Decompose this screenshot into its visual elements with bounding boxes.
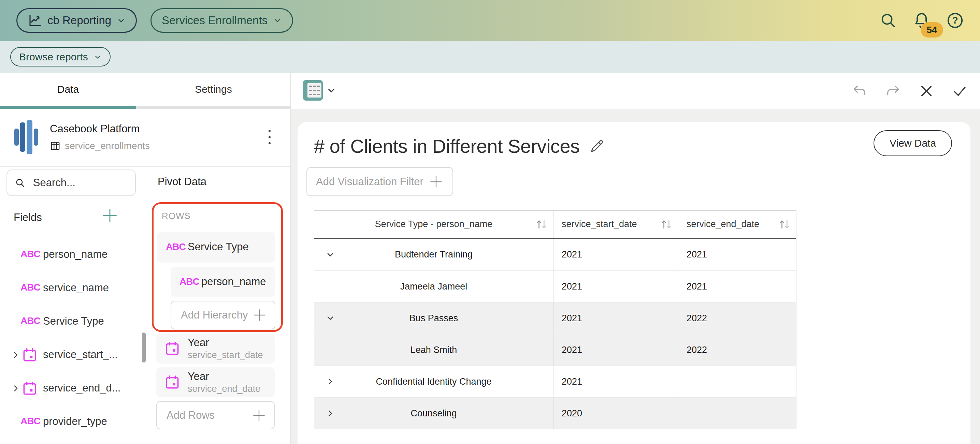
fields-title: Fields (14, 211, 42, 224)
topbar-actions: 54 ? (879, 0, 964, 41)
browse-reports-button[interactable]: Browse reports (10, 47, 111, 67)
search-icon[interactable] (879, 11, 897, 30)
source-name: Casebook Platform (50, 123, 140, 135)
fields-search (6, 170, 136, 196)
field-item-service-type[interactable]: ABC Service Type (0, 305, 143, 338)
search-input[interactable] (33, 177, 127, 189)
undo-icon[interactable] (852, 83, 867, 99)
chevron-down-icon (117, 16, 126, 25)
field-item-service-name[interactable]: ABC service_name (0, 271, 143, 305)
svg-text:?: ? (952, 15, 958, 25)
edit-title-icon[interactable] (589, 138, 605, 154)
browse-reports-label: Browse reports (19, 51, 88, 63)
app-switcher-button[interactable]: cb Reporting (16, 8, 137, 33)
chevron-right-icon[interactable] (10, 350, 21, 360)
tab-settings[interactable]: Settings (136, 73, 291, 106)
confirm-check-icon[interactable] (952, 83, 968, 99)
text-type-icon: ABC (21, 282, 40, 293)
sort-icon[interactable] (659, 217, 674, 232)
field-item-service-start-date[interactable]: service_start_... (0, 338, 143, 372)
row-field-year-service-end-date[interactable]: Year service_end_date (156, 367, 275, 397)
field-item-person-name[interactable]: ABC person_name (0, 238, 143, 271)
table-header-row: Service Type - person_name service_start… (314, 211, 796, 239)
inactive-tab-track (136, 106, 291, 109)
text-type-icon: ABC (21, 316, 40, 327)
casebook-logo (14, 120, 38, 154)
redo-icon[interactable] (885, 83, 901, 99)
table-grid-icon (50, 141, 61, 151)
calendar-icon (21, 346, 38, 363)
plus-icon (251, 408, 267, 423)
app-root: cb Reporting Services Enrollments 54 ? (0, 0, 980, 444)
field-item-service-end-date[interactable]: service_end_d... (0, 372, 143, 405)
chevron-right-icon[interactable] (325, 376, 336, 387)
sidebar-divider (0, 166, 291, 167)
workspace-selector-button[interactable]: Services Enrollments (151, 8, 293, 33)
notifications-count-badge: 54 (921, 22, 943, 38)
app-switcher-label: cb Reporting (48, 14, 111, 27)
filter-placeholder: Add Visualization Filter (316, 176, 429, 188)
search-icon (15, 176, 25, 189)
view-data-button[interactable]: View Data (873, 130, 952, 156)
rows-section-label: ROWS (162, 211, 191, 221)
chevron-down-icon (326, 85, 336, 95)
rows-section-highlight: ROWS ABC Service Type ABC person_name Ad… (152, 202, 283, 332)
plus-icon (252, 308, 267, 323)
sidebar-tabs: Data Settings (0, 73, 291, 109)
table-row: Budtender Training 2021 2021 (314, 239, 796, 270)
chevron-down-icon[interactable] (325, 249, 336, 260)
source-table-row: service_enrollments (50, 141, 150, 151)
plus-icon (429, 174, 444, 189)
visualization-toolbar (291, 73, 980, 109)
table-row: Confidential Identity Change 2021 (314, 366, 796, 397)
line-chart-icon (28, 13, 42, 28)
source-menu-button[interactable] (263, 123, 277, 151)
active-tab-indicator (0, 106, 136, 109)
calendar-icon (164, 374, 181, 391)
pivot-table-icon (303, 80, 323, 101)
row-field-year-service-start-date[interactable]: Year service_start_date (156, 333, 275, 363)
pivot-data-title: Pivot Data (158, 176, 207, 188)
chevron-down-icon[interactable] (325, 312, 336, 324)
add-rows-button[interactable]: Add Rows (156, 401, 275, 429)
add-field-button[interactable] (101, 207, 119, 224)
chevron-down-icon (94, 53, 102, 61)
column-header-service-start-date[interactable]: service_start_date (554, 211, 678, 238)
close-icon[interactable] (919, 83, 934, 99)
tab-data[interactable]: Data (0, 73, 136, 106)
table-row: Bus Passes 2021 2022 (314, 302, 796, 334)
field-item-provider-type[interactable]: ABC provider_type (0, 405, 143, 439)
column-header-service-end-date[interactable]: service_end_date (678, 211, 796, 238)
chevron-right-icon[interactable] (10, 383, 21, 394)
table-row: Jameela Jameel 2021 2021 (314, 270, 796, 302)
pivot-result-table: Service Type - person_name service_start… (314, 210, 796, 429)
canvas-background: # of Clients in Different Services View … (291, 109, 980, 444)
text-type-icon: ABC (166, 241, 186, 252)
row-field-service-type[interactable]: ABC Service Type (157, 232, 275, 263)
visualization-card: # of Clients in Different Services View … (298, 122, 970, 444)
calendar-icon (164, 340, 181, 357)
add-visualization-filter[interactable]: Add Visualization Filter (306, 167, 453, 196)
text-type-icon: ABC (180, 276, 199, 287)
chevron-down-icon (273, 16, 282, 25)
chevron-right-icon[interactable] (325, 408, 336, 419)
report-toolbar-strip: Browse reports (0, 41, 980, 73)
table-row: Leah Smith 2021 2022 (314, 334, 796, 366)
row-field-person-name[interactable]: ABC person_name (170, 267, 275, 297)
toolbar-actions (852, 73, 968, 109)
top-navigation-bar: cb Reporting Services Enrollments 54 ? (0, 0, 980, 41)
table-row: Counseling 2020 (314, 397, 796, 429)
data-source-header: Casebook Platform service_enrollments (0, 109, 291, 166)
source-table-name: service_enrollments (65, 141, 150, 151)
sort-icon[interactable] (534, 217, 549, 232)
column-header-service-type-person-name[interactable]: Service Type - person_name (314, 211, 554, 238)
help-icon[interactable]: ? (946, 11, 964, 30)
calendar-icon (21, 380, 38, 397)
panel-divider (144, 167, 144, 444)
text-type-icon: ABC (21, 416, 40, 427)
notifications-button[interactable]: 54 (912, 11, 931, 30)
visualization-type-selector[interactable] (303, 80, 336, 101)
workspace-label: Services Enrollments (162, 14, 267, 27)
sort-icon[interactable] (777, 217, 792, 232)
add-hierarchy-button[interactable]: Add Hierarchy (170, 301, 275, 330)
